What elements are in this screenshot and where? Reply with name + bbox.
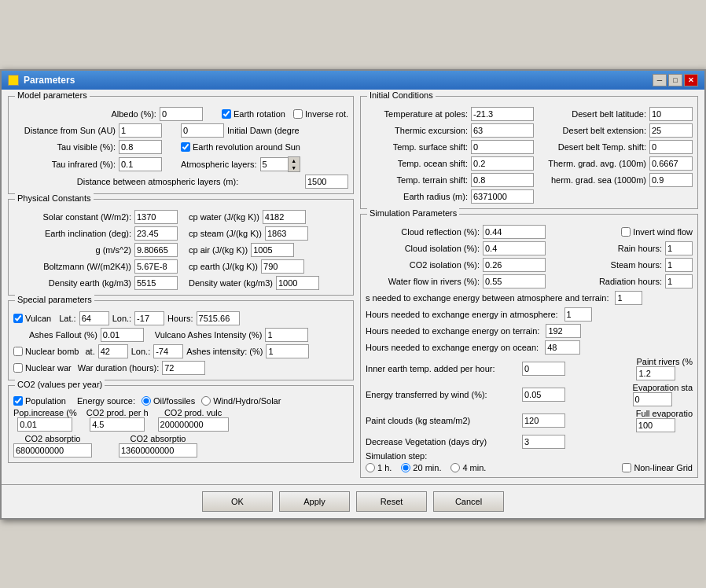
co2-isolation-input[interactable]: [483, 258, 546, 272]
therm-grad-avg-label: Therm. grad. avg. (100m): [540, 159, 646, 168]
density-water-input[interactable]: [276, 276, 319, 290]
vulcano-intensity-input[interactable]: [265, 328, 308, 342]
steam-hours-input[interactable]: [665, 258, 693, 272]
oil-fossils-radio[interactable]: [142, 396, 151, 406]
step-20min-radio[interactable]: [401, 463, 410, 472]
nuke-lat-input[interactable]: [98, 344, 128, 358]
g-input[interactable]: [134, 243, 178, 257]
model-params-group: Model parameters Albedo (%): Earth rotat…: [8, 96, 354, 194]
initial-dawn-input[interactable]: [181, 123, 224, 138]
atm-layers-down-button[interactable]: ▼: [289, 164, 300, 171]
temp-terrain-input[interactable]: [471, 173, 534, 187]
pop-increase-input[interactable]: [17, 417, 72, 432]
ashes-intensity-input[interactable]: [266, 344, 309, 358]
solar-input[interactable]: [134, 210, 178, 224]
non-linear-grid-checkbox[interactable]: [622, 463, 631, 472]
step-4min-radio[interactable]: [450, 463, 460, 472]
rain-hours-input[interactable]: [665, 241, 693, 255]
close-button[interactable]: ✕: [684, 74, 698, 86]
wind-hydro-wrap: Wind/Hydro/Solar: [201, 396, 281, 406]
atm-layers-input[interactable]: [260, 157, 288, 171]
atm-layers-up-button[interactable]: ▲: [289, 157, 300, 164]
inner-earth-temp-row: Inner earth temp. added per hour: Paint …: [366, 357, 693, 380]
energy-wind-input[interactable]: [522, 388, 565, 402]
paint-rivers-input[interactable]: [636, 366, 675, 380]
vulcan-lat-input[interactable]: [79, 311, 109, 325]
co2-params-title: CO2 (values per year): [15, 380, 105, 389]
vulcan-checkbox[interactable]: [13, 314, 23, 323]
tau-visible-row: Tau visible (%): Earth revolution around…: [13, 140, 348, 154]
temp-surface-input[interactable]: [471, 140, 534, 154]
earth-rotation-checkbox[interactable]: [222, 109, 231, 119]
evaporation-sta-input[interactable]: [633, 392, 672, 406]
water-flow-input[interactable]: [483, 274, 546, 288]
minimize-button[interactable]: ─: [653, 74, 667, 86]
temp-poles-label: Temperature at poles:: [366, 109, 468, 119]
inner-earth-temp-input[interactable]: [522, 362, 565, 376]
thermic-excursion-input[interactable]: [471, 123, 534, 138]
therm-grad-sea-input[interactable]: [649, 173, 693, 187]
co2-prod-vulc-input[interactable]: [158, 417, 229, 432]
apply-button[interactable]: Apply: [279, 491, 350, 512]
vulcan-label: Vulcan: [25, 314, 51, 323]
dist-atm-input[interactable]: [305, 175, 348, 189]
cp-air-input[interactable]: [251, 243, 294, 257]
earth-revolution-checkbox[interactable]: [181, 142, 190, 152]
population-checkbox[interactable]: [13, 396, 23, 406]
earth-radius-input[interactable]: [471, 189, 534, 204]
temp-ocean-row: Temp. ocean shift: Therm. grad. avg. (10…: [366, 156, 693, 171]
albedo-input[interactable]: [160, 107, 203, 121]
cp-earth-input[interactable]: [261, 259, 304, 274]
energy-exchange-atm-input[interactable]: [564, 307, 592, 322]
temp-surface-label: Temp. surface shift:: [366, 142, 468, 152]
vulcano-intensity-label: Vulcano Ashes Intensity (%): [155, 330, 263, 340]
density-earth-input[interactable]: [134, 276, 178, 290]
vulcan-hours-input[interactable]: [197, 311, 240, 325]
war-duration-input[interactable]: [162, 361, 205, 375]
desert-belt-ext-input[interactable]: [649, 123, 693, 138]
co2-absorp1-input[interactable]: [13, 443, 92, 458]
temp-ocean-input[interactable]: [471, 156, 534, 171]
nuclear-bomb-checkbox[interactable]: [13, 347, 23, 356]
therm-grad-avg-input[interactable]: [649, 156, 693, 171]
energy-exchange-terrain-input[interactable]: [546, 324, 581, 338]
desert-belt-temp-input[interactable]: [649, 140, 693, 154]
temp-terrain-label: Temp. terrain shift:: [366, 175, 468, 185]
radiation-hours-input[interactable]: [665, 274, 693, 288]
earth-incl-input[interactable]: [134, 226, 178, 241]
reset-button[interactable]: Reset: [356, 491, 427, 512]
nuclear-war-checkbox[interactable]: [13, 363, 23, 373]
distance-sun-input[interactable]: [119, 123, 162, 138]
maximize-button[interactable]: □: [668, 74, 682, 86]
ok-button[interactable]: OK: [202, 491, 273, 512]
energy-exchange-atm-terrain-input[interactable]: [615, 291, 642, 305]
cancel-button[interactable]: Cancel: [433, 491, 504, 512]
tau-visible-label: Tau visible (%):: [13, 142, 116, 152]
wind-hydro-radio[interactable]: [201, 396, 211, 406]
boltzmann-input[interactable]: [134, 259, 178, 274]
paint-clouds-input[interactable]: [522, 413, 565, 428]
temp-poles-input[interactable]: [471, 107, 534, 121]
energy-exchange-ocean-input[interactable]: [545, 340, 580, 355]
cloud-isolation-input[interactable]: [483, 241, 546, 255]
nuke-lon-input[interactable]: [153, 344, 183, 358]
nuclear-bomb-check-wrap: Nuclear bomb: [13, 347, 79, 356]
cloud-reflection-input[interactable]: [483, 225, 546, 239]
co2-prod-input[interactable]: [90, 417, 145, 432]
step-1h-radio[interactable]: [366, 463, 375, 472]
window-icon: [8, 75, 19, 86]
decrease-veg-input[interactable]: [522, 435, 565, 449]
cp-steam-input[interactable]: [265, 226, 308, 241]
ashes-fallout-input[interactable]: [101, 328, 144, 342]
invert-wind-checkbox[interactable]: [621, 227, 631, 237]
desert-belt-lat-input[interactable]: [649, 107, 693, 121]
cp-water-input[interactable]: [263, 210, 306, 224]
earth-incl-row: Earth inclination (deg): cp steam (J/(kg…: [13, 226, 348, 241]
model-params-title: Model parameters: [15, 90, 90, 100]
vulcan-lon-input[interactable]: [134, 311, 164, 325]
inverse-rot-checkbox[interactable]: [293, 109, 303, 119]
co2-absorp2-input[interactable]: [119, 443, 197, 458]
tau-visible-input[interactable]: [119, 140, 162, 154]
tau-infrared-input[interactable]: [119, 157, 162, 171]
full-evaporation-input[interactable]: [636, 418, 675, 432]
